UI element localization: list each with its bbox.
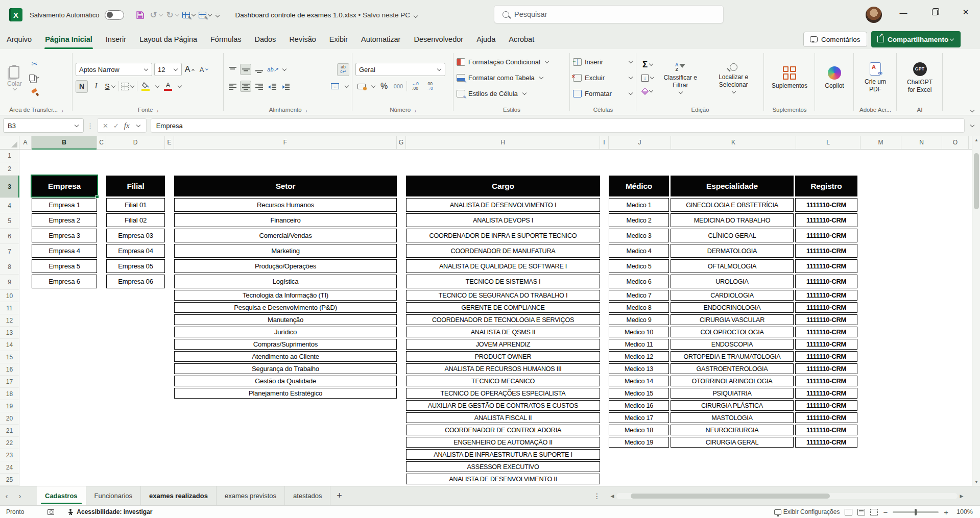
- quick-macro-button-2[interactable]: [198, 7, 214, 22]
- cell-medicos-row6-col3[interactable]: 1111110-CRM: [795, 229, 857, 242]
- cell-medicos-row17-col2[interactable]: OTORRINOLARINGOLOGIA: [671, 376, 794, 386]
- cell-setor-row4[interactable]: Recursos Humanos: [174, 198, 397, 212]
- excel-logo-icon[interactable]: X: [9, 8, 22, 21]
- align-center-icon[interactable]: [240, 81, 251, 92]
- decrease-font-icon[interactable]: A: [198, 63, 210, 76]
- scroll-right-icon[interactable]: ▶: [958, 494, 966, 499]
- accounting-format-icon[interactable]: [355, 80, 368, 93]
- quick-access-more-icon[interactable]: [214, 7, 221, 22]
- font-size-select[interactable]: 12: [154, 63, 182, 76]
- sheet-area[interactable]: EmpresaEmpresa 1Empresa 2Empresa 3Empres…: [0, 150, 972, 486]
- sheet-tab-exames-realizados[interactable]: exames realizados: [141, 486, 217, 505]
- cell-medicos-row9-col1[interactable]: Medico 6: [609, 275, 669, 288]
- cell-medicos-row4-col2[interactable]: GINECOLOGIA E OBSTETRÍCIA: [671, 198, 794, 212]
- cell-filial-row5[interactable]: Filial 02: [106, 213, 165, 227]
- paste-button[interactable]: Colar: [3, 65, 26, 91]
- normal-view-icon[interactable]: [845, 509, 852, 515]
- select-all-corner[interactable]: [0, 136, 19, 149]
- cell-medicos-row8-col3[interactable]: 1111110-CRM: [795, 259, 857, 273]
- cell-medicos-row10-col2[interactable]: CARDIOLOGIA: [671, 290, 794, 301]
- increase-indent-icon[interactable]: [280, 81, 291, 92]
- format-as-table-button[interactable]: Formatar como Tabela: [457, 70, 567, 86]
- cell-medicos-row20-col3[interactable]: 1111110-CRM: [795, 412, 857, 423]
- cell-filial-row4[interactable]: Filial 01: [106, 198, 165, 212]
- ribbon-tab-inserir[interactable]: Inserir: [99, 30, 133, 49]
- cell-cargo-row4[interactable]: ANALISTA DE DESENVOLVIMENTO I: [406, 198, 600, 212]
- column-header-f[interactable]: F: [174, 136, 397, 149]
- clipboard-dialog-launcher[interactable]: ⌟: [61, 107, 63, 113]
- ribbon-tab-desenvolvedor[interactable]: Desenvolvedor: [407, 30, 470, 49]
- number-dialog-launcher[interactable]: ⌟: [414, 107, 416, 113]
- fill-color-icon[interactable]: [139, 80, 152, 93]
- formula-input[interactable]: Empresa: [151, 118, 965, 133]
- cell-setor-row6[interactable]: Comercial/Vendas: [174, 229, 397, 242]
- cell-cargo-row9[interactable]: TECNICO DE SISTEMAS I: [406, 275, 600, 288]
- cell-medicos-row21-col3[interactable]: 1111110-CRM: [795, 425, 857, 435]
- cell-medicos-row22-col3[interactable]: 1111110-CRM: [795, 437, 857, 448]
- cell-medicos-row18-col2[interactable]: PSIQUIATRIA: [671, 388, 794, 399]
- clear-icon[interactable]: [641, 85, 655, 97]
- cell-cargo-row21[interactable]: COORDENADOR DE CONTROLADORIA: [406, 425, 600, 435]
- accessibility-status[interactable]: Acessibilidade: investigar: [77, 508, 152, 515]
- display-settings-button[interactable]: Exibir Configurações: [774, 508, 840, 515]
- sheet-tab-exames-previstos[interactable]: exames previstos: [217, 486, 285, 505]
- cell-medicos-row13-col3[interactable]: 1111110-CRM: [795, 327, 857, 337]
- align-middle-icon[interactable]: [240, 64, 251, 75]
- copilot-button[interactable]: Copilot: [822, 66, 847, 90]
- cell-medicos-row4-col1[interactable]: Medico 1: [609, 198, 669, 212]
- cell-empresa-row5[interactable]: Empresa 2: [32, 213, 97, 227]
- column-header-l[interactable]: L: [796, 136, 861, 149]
- cell-medicos-row14-col3[interactable]: 1111110-CRM: [795, 339, 857, 350]
- confirm-entry-icon[interactable]: ✓: [113, 122, 119, 130]
- fx-chevron-icon[interactable]: [136, 122, 140, 127]
- cell-cargo-row11[interactable]: GERENTE DE COMPLIANCE: [406, 302, 600, 313]
- column-header-o[interactable]: O: [942, 136, 969, 149]
- sheet-tab-menu-icon[interactable]: ⋮: [593, 492, 601, 500]
- format-cells-button[interactable]: Formatar: [573, 86, 633, 102]
- cell-medicos-row6-col2[interactable]: CLÍNICO GERAL: [671, 229, 794, 242]
- zoom-slider-knob[interactable]: [915, 509, 917, 515]
- close-button[interactable]: ✕: [953, 0, 978, 24]
- cell-medicos-row10-col1[interactable]: Medico 7: [609, 290, 669, 301]
- percent-icon[interactable]: %: [378, 80, 390, 93]
- cell-medicos-row21-col1[interactable]: Medico 18: [609, 425, 669, 435]
- cell-medicos-row7-col1[interactable]: Medico 4: [609, 244, 669, 258]
- cell-setor-row5[interactable]: Financeiro: [174, 213, 397, 227]
- cell-cargo-row5[interactable]: ANALISTA DEVOPS I: [406, 213, 600, 227]
- redo-button[interactable]: ↻: [165, 7, 181, 22]
- cell-cargo-row10[interactable]: TECNICO DE SEGURANCA DO TRABALHO I: [406, 290, 600, 301]
- align-left-icon[interactable]: [227, 81, 238, 92]
- cell-cargo-row25[interactable]: ANALISTA DE DESENVOLVIMENTO II: [406, 474, 600, 484]
- number-format-select[interactable]: Geral: [355, 63, 445, 76]
- cut-icon[interactable]: ✂: [28, 58, 41, 70]
- cell-medicos-row18-col1[interactable]: Medico 15: [609, 388, 669, 399]
- cell-medicos-row19-col3[interactable]: 1111110-CRM: [795, 400, 857, 411]
- column-header-n[interactable]: N: [901, 136, 942, 149]
- expand-formula-bar-icon[interactable]: [970, 122, 974, 127]
- increase-decimal-icon[interactable]: ←0.00: [409, 80, 421, 93]
- insert-function-icon[interactable]: fx: [124, 121, 130, 130]
- table-medicos-header-medico[interactable]: Médico: [609, 176, 669, 196]
- horizontal-scrollbar[interactable]: ◀ ▶: [608, 491, 966, 501]
- cell-medicos-row20-col1[interactable]: Medico 17: [609, 412, 669, 423]
- zoom-in-icon[interactable]: +: [944, 508, 948, 516]
- borders-icon[interactable]: [121, 80, 135, 93]
- cell-cargo-row18[interactable]: TECNICO DE OPERAÇÕES ESPECIALISTA: [406, 388, 600, 399]
- sheet-tab-cadastros[interactable]: Cadastros: [37, 486, 86, 505]
- zoom-level[interactable]: 100%: [953, 508, 973, 515]
- ribbon-tab-arquivo[interactable]: Arquivo: [0, 30, 38, 49]
- cell-cargo-row24[interactable]: ASSESSOR EXECUTIVO: [406, 461, 600, 472]
- decrease-indent-icon[interactable]: [267, 81, 278, 92]
- orientation-icon[interactable]: ab↗: [267, 63, 279, 76]
- cell-cargo-row22[interactable]: ENGENHEIRO DE AUTOMAÇÃO II: [406, 437, 600, 448]
- avatar[interactable]: [866, 7, 882, 23]
- cell-cargo-row20[interactable]: ANALISTA FISCAL II: [406, 412, 600, 423]
- sheet-nav-right-icon[interactable]: ›: [13, 486, 27, 505]
- cell-medicos-row13-col1[interactable]: Medico 10: [609, 327, 669, 337]
- search-input[interactable]: Pesquisar: [494, 5, 724, 23]
- cell-setor-row8[interactable]: Produção/Operações: [174, 259, 397, 273]
- cell-medicos-row7-col2[interactable]: DERMATOLOGIA: [671, 244, 794, 258]
- cell-medicos-row9-col2[interactable]: UROLOGIA: [671, 275, 794, 288]
- cell-setor-row15[interactable]: Atendimento ao Cliente: [174, 351, 397, 362]
- cell-medicos-row11-col2[interactable]: ENDOCRINOLOGIA: [671, 302, 794, 313]
